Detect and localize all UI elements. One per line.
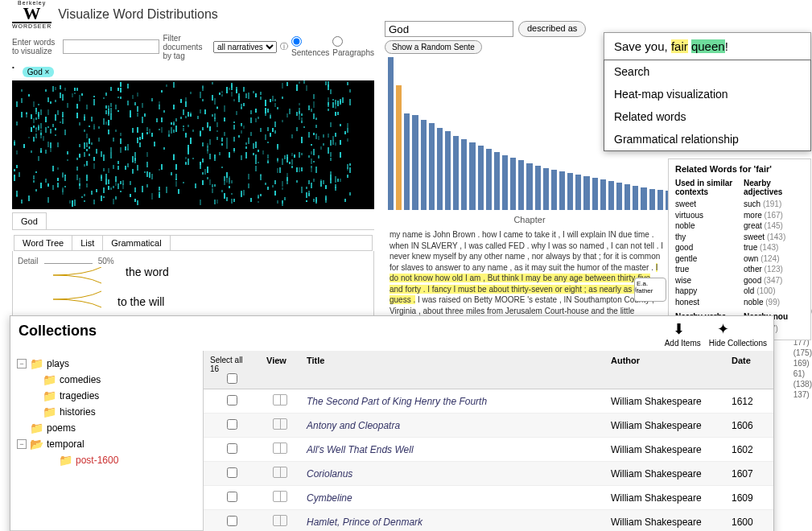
popup-search[interactable]: Search: [604, 60, 810, 83]
bar[interactable]: [437, 128, 443, 210]
related-word[interactable]: other (123): [744, 264, 804, 275]
bar[interactable]: [575, 175, 581, 210]
bar[interactable]: [649, 189, 655, 210]
bar[interactable]: [600, 179, 606, 210]
related-word[interactable]: honest: [675, 297, 736, 308]
related-word[interactable]: noble (99): [744, 297, 804, 308]
sentences-radio[interactable]: Sentences: [291, 36, 329, 57]
view-button[interactable]: [260, 510, 300, 531]
th-view[interactable]: View: [260, 351, 300, 389]
hide-collections-button[interactable]: ✦Hide Collections: [709, 319, 767, 348]
table-row[interactable]: The Second Part of King Henry the Fourth…: [204, 389, 773, 414]
random-sentence-button[interactable]: Show a Random Sente: [385, 40, 482, 54]
row-checkbox[interactable]: [227, 467, 237, 478]
bar[interactable]: [624, 184, 630, 210]
bar[interactable]: [608, 181, 614, 210]
table-row[interactable]: Hamlet, Prince of DenmarkWilliam Shakesp…: [204, 510, 773, 531]
filter-tag-select[interactable]: all narratives: [213, 41, 277, 53]
selected-word-fair[interactable]: fair: [671, 39, 688, 53]
row-title[interactable]: All's Well That Ends Well: [300, 439, 604, 460]
bar[interactable]: [502, 155, 508, 210]
related-word[interactable]: own (124): [744, 253, 804, 265]
row-title[interactable]: The Second Part of King Henry the Fourth: [300, 391, 604, 412]
row-title[interactable]: Hamlet, Prince of Denmark: [300, 512, 604, 532]
bar[interactable]: [510, 158, 516, 210]
bar[interactable]: [478, 146, 484, 210]
bar[interactable]: [445, 131, 451, 210]
bar[interactable]: [526, 163, 532, 210]
bar[interactable]: [494, 152, 500, 210]
view-button[interactable]: [260, 414, 300, 437]
bar[interactable]: [396, 85, 402, 210]
popup-heatmap[interactable]: Heat-map visualization: [604, 83, 810, 105]
bar[interactable]: [543, 168, 549, 210]
enter-words-input[interactable]: [63, 39, 159, 54]
row-title[interactable]: Coriolanus: [300, 463, 604, 484]
subtab-word-tree[interactable]: Word Tree: [14, 236, 72, 250]
wordtree-branch[interactable]: to the will: [117, 295, 164, 308]
view-button[interactable]: [260, 438, 300, 461]
chart-word-input[interactable]: [385, 21, 513, 37]
th-select-all[interactable]: Select all 16: [204, 351, 260, 389]
related-word[interactable]: more (167): [744, 210, 804, 221]
related-word[interactable]: good (347): [744, 275, 804, 286]
table-row[interactable]: All's Well That Ends WellWilliam Shakesp…: [204, 438, 773, 462]
table-row[interactable]: Antony and CleopatraWilliam Shakespeare1…: [204, 414, 773, 438]
add-items-button[interactable]: ⬇Add Items: [665, 319, 701, 348]
related-word[interactable]: virtuous: [675, 210, 736, 221]
bar[interactable]: [657, 190, 663, 210]
bar[interactable]: [412, 115, 418, 210]
tree-node-temporal[interactable]: −📂temporal: [14, 436, 200, 452]
collapse-icon[interactable]: −: [17, 439, 27, 449]
row-title[interactable]: Antony and Cleopatra: [300, 415, 604, 436]
bar[interactable]: [567, 173, 573, 210]
tab-god[interactable]: God: [12, 212, 47, 229]
row-checkbox[interactable]: [227, 419, 237, 430]
collapse-icon[interactable]: −: [17, 359, 27, 368]
heatmap-visualization[interactable]: [12, 80, 374, 209]
related-word[interactable]: old (100): [744, 286, 804, 297]
related-word[interactable]: true (143): [744, 242, 804, 253]
wordtree-branch[interactable]: the word: [126, 266, 169, 278]
tree-node-tragedies[interactable]: 📁tragedies: [14, 388, 200, 404]
info-icon[interactable]: ⓘ: [280, 41, 288, 52]
bar[interactable]: [404, 113, 410, 210]
tree-node-plays[interactable]: −📁plays: [14, 356, 200, 372]
related-word[interactable]: true: [675, 264, 736, 275]
bar[interactable]: [453, 136, 459, 210]
view-button[interactable]: [260, 389, 300, 413]
selected-word-queen[interactable]: queen: [691, 39, 725, 53]
related-word[interactable]: such (191): [744, 199, 804, 210]
bar[interactable]: [461, 139, 467, 210]
row-checkbox[interactable]: [227, 492, 237, 502]
bar[interactable]: [486, 149, 492, 210]
related-word[interactable]: happy: [675, 286, 736, 297]
bar[interactable]: [421, 120, 427, 210]
th-author[interactable]: Author: [604, 351, 725, 389]
related-word[interactable]: noble: [675, 220, 736, 232]
popup-grammatical[interactable]: Grammatical relationship: [604, 128, 810, 150]
paragraphs-radio[interactable]: Paragraphs: [332, 36, 374, 57]
bar[interactable]: [518, 160, 524, 210]
row-title[interactable]: Cymbeline: [300, 488, 604, 508]
tree-node-poems[interactable]: 📁poems: [14, 420, 200, 436]
tree-node-post1600[interactable]: 📁post-1600: [14, 452, 200, 468]
related-word[interactable]: sweet (143): [744, 232, 804, 243]
related-word[interactable]: gentle: [675, 253, 736, 265]
bar[interactable]: [583, 176, 589, 210]
row-checkbox[interactable]: [227, 395, 237, 405]
bar[interactable]: [469, 142, 475, 210]
view-button[interactable]: [260, 462, 300, 485]
th-date[interactable]: Date: [725, 351, 773, 389]
view-button[interactable]: [260, 486, 300, 509]
bar[interactable]: [592, 178, 598, 210]
related-word[interactable]: thy: [675, 232, 736, 243]
bar[interactable]: [551, 170, 557, 210]
tree-node-comedies[interactable]: 📁comedies: [14, 372, 200, 388]
subtab-grammatical[interactable]: Grammatical: [103, 236, 170, 250]
related-word[interactable]: great (145): [744, 220, 804, 232]
bar[interactable]: [633, 186, 638, 210]
relation-dropdown[interactable]: described as: [518, 21, 586, 37]
word-chip-god[interactable]: God ×: [23, 67, 55, 77]
table-row[interactable]: CoriolanusWilliam Shakespeare1607: [204, 462, 773, 486]
